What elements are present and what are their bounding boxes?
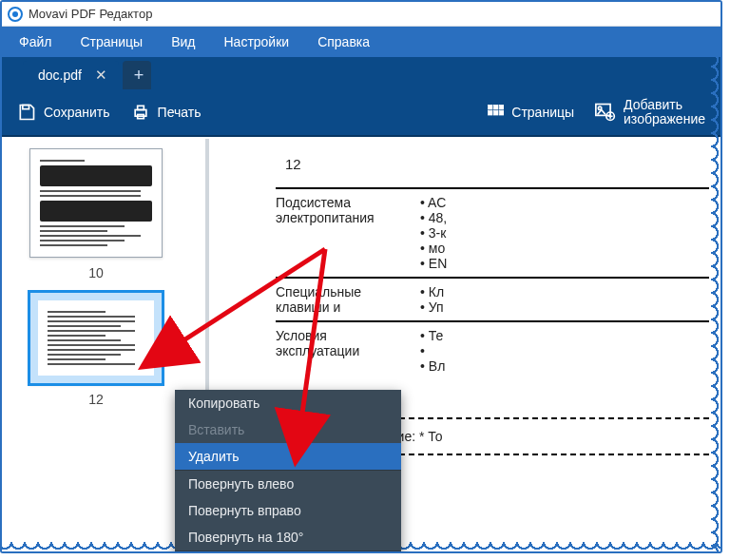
decorative-edge <box>711 27 722 553</box>
toolbar: Сохранить Печать Страницы Добавить изобр… <box>2 89 720 137</box>
tab-add-button[interactable]: + <box>123 61 151 89</box>
page-thumbnail-selected[interactable] <box>29 292 163 384</box>
ctx-save-pdf[interactable]: Сохранить в PDF <box>175 551 401 553</box>
spec-label: Условия эксплуатации <box>276 328 409 374</box>
spec-bullets: AC 48, 3-к мо EN <box>420 195 447 271</box>
tab-doc[interactable]: doc.pdf ✕ <box>23 61 119 89</box>
menu-view[interactable]: Вид <box>171 34 195 49</box>
ctx-rotate-180[interactable]: Повернуть на 180° <box>175 524 401 550</box>
tab-label: doc.pdf <box>38 68 82 83</box>
save-button[interactable]: Сохранить <box>17 103 110 122</box>
svg-rect-6 <box>500 106 505 110</box>
menu-file[interactable]: Файл <box>19 34 51 49</box>
svg-rect-9 <box>500 111 505 116</box>
image-plus-icon <box>595 103 616 122</box>
tab-close-icon[interactable]: ✕ <box>95 67 107 84</box>
spec-row: Подсистема электропитания AC 48, 3-к мо … <box>276 195 709 271</box>
menu-pages[interactable]: Страницы <box>80 34 143 49</box>
window-title: Movavi PDF Редактор <box>29 7 152 21</box>
spec-label: Подсистема электропитания <box>276 195 409 271</box>
svg-rect-7 <box>489 111 493 116</box>
save-icon <box>17 103 36 122</box>
thumb-number: 12 <box>2 392 190 407</box>
ctx-delete[interactable]: Удалить <box>175 443 401 470</box>
ctx-paste: Вставить <box>175 416 401 443</box>
svg-rect-2 <box>137 106 144 109</box>
spec-label: Специальные клавиши и <box>276 284 409 315</box>
add-image-button[interactable]: Добавить изображение <box>595 98 705 126</box>
print-icon <box>131 103 150 122</box>
plus-icon: + <box>134 66 144 86</box>
grid-icon <box>487 104 504 121</box>
tab-strip: doc.pdf ✕ + <box>2 57 720 89</box>
menubar: Файл Страницы Вид Настройки Справка <box>2 27 720 57</box>
menu-help[interactable]: Справка <box>317 34 370 49</box>
ctx-rotate-right[interactable]: Повернуть вправо <box>175 497 401 524</box>
spec-row: Специальные клавиши и Кл Уп <box>276 284 709 315</box>
save-label: Сохранить <box>44 105 110 120</box>
svg-rect-5 <box>494 106 499 110</box>
spec-row: Условия эксплуатации Те Вл <box>276 328 709 374</box>
app-window: Movavi PDF Редактор Файл Страницы Вид На… <box>0 0 722 553</box>
print-button[interactable]: Печать <box>131 103 202 122</box>
spec-bullets: Кл Уп <box>420 284 444 315</box>
pages-label: Страницы <box>511 105 574 120</box>
titlebar: Movavi PDF Редактор <box>2 2 720 27</box>
ctx-copy[interactable]: Копировать <box>175 390 401 416</box>
spec-bullets: Те Вл <box>420 328 445 374</box>
menu-settings[interactable]: Настройки <box>223 34 289 49</box>
pages-button[interactable]: Страницы <box>487 104 574 121</box>
page-thumbnail[interactable] <box>29 148 163 258</box>
page-number: 12 <box>285 156 709 172</box>
context-menu: Копировать Вставить Удалить Повернуть вл… <box>175 390 401 553</box>
ctx-rotate-left[interactable]: Повернуть влево <box>175 471 401 497</box>
thumb-number: 10 <box>2 265 190 280</box>
svg-rect-4 <box>489 106 493 110</box>
svg-rect-0 <box>23 106 29 109</box>
svg-rect-8 <box>494 111 499 116</box>
app-logo-icon <box>8 7 23 22</box>
add-image-label: Добавить изображение <box>624 98 705 126</box>
print-label: Печать <box>158 105 202 120</box>
